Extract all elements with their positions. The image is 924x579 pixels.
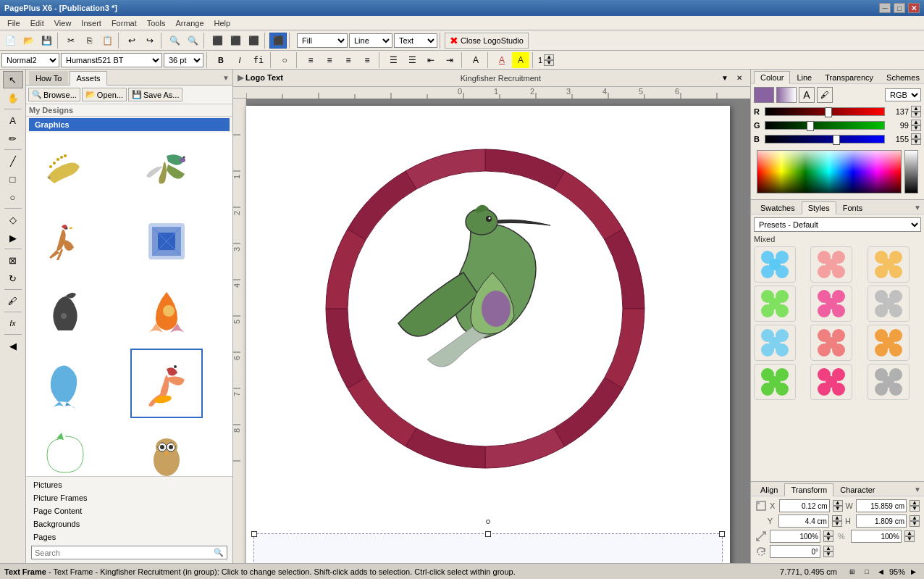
rotate-handle[interactable] [486,520,490,524]
r-slider-track[interactable] [765,107,885,116]
scalex-spin-down[interactable]: ▼ [823,536,833,542]
colour-picker[interactable] [757,150,902,193]
w-spin-down[interactable]: ▼ [910,506,920,512]
tab-assets[interactable]: Assets [70,71,106,86]
style-swatch-1[interactable] [754,246,796,283]
text-frame[interactable]: Kingfisher Recruitment Putting your need… [253,533,723,563]
align-justify-text[interactable]: ≡ [358,52,376,68]
transform-tab[interactable]: Transform [784,483,833,496]
new-button[interactable]: 📄 [1,33,19,49]
w-input[interactable] [856,499,907,512]
colour-tab[interactable]: Colour [754,71,790,84]
rect-tool[interactable]: □ [3,170,23,188]
align-left-btn[interactable]: ⬛ [209,33,226,49]
expand-btn[interactable]: ▶ [3,229,23,246]
asset-blue-geo[interactable] [130,207,203,276]
h-input[interactable] [856,515,907,528]
handle-tr[interactable] [719,531,725,537]
asset-owl[interactable] [130,420,203,476]
zoom-in-button[interactable]: 🔍 [166,33,183,49]
rotate-input[interactable] [770,545,820,558]
canvas-scroll[interactable]: 1 2 3 4 5 6 7 8 [233,99,750,563]
search-input[interactable] [35,549,212,557]
g-slider-thumb[interactable] [807,121,814,131]
text-wrap-btn[interactable]: ⬛ [269,33,287,49]
character-tab[interactable]: Character [833,483,881,496]
align-tab[interactable]: Align [754,483,784,496]
maximize-button[interactable]: □ [894,3,905,13]
align-right-btn[interactable]: ⬛ [245,33,262,49]
tab-howto[interactable]: How To [29,71,68,85]
indent-inc-button[interactable]: ⇥ [441,52,458,68]
style-swatch-5[interactable] [810,286,852,322]
style-swatch-4[interactable] [754,286,796,322]
highlight-color-button[interactable]: A [512,52,529,68]
ellipse-tool[interactable]: ○ [3,188,23,206]
eyedropper-tool[interactable]: 🖋 [3,292,23,309]
g-spin-down[interactable]: ▼ [911,125,921,131]
rotate-spin-down[interactable]: ▼ [823,551,833,557]
b-slider-track[interactable] [765,135,885,143]
font-family-combo[interactable]: Humanst521 BT [61,53,162,67]
text-color-button[interactable]: A [493,52,511,68]
page-content-item[interactable]: Page Content [29,504,230,517]
r-spin-down[interactable]: ▼ [911,112,921,117]
browse-button[interactable]: 🔍 Browse... [28,88,80,101]
colour-picker-btn[interactable]: A [799,87,815,103]
menu-arrange[interactable]: Arrange [171,17,208,29]
asset-crane[interactable] [130,349,203,418]
node-tool[interactable]: ◇ [3,211,23,228]
font-style-combo[interactable]: Normal2 [1,53,59,67]
zoom-page-button[interactable]: □ [860,565,873,578]
r-slider-thumb[interactable] [825,107,832,117]
my-designs-link[interactable]: My Designs [29,106,73,114]
y-input[interactable] [778,515,829,528]
save-button[interactable]: 💾 [38,33,55,49]
cut-button[interactable]: ✂ [62,33,80,49]
zoom-fit-button[interactable]: ⊞ [846,565,859,578]
swatches-tab[interactable]: Swatches [754,201,802,214]
asset-bird-dots[interactable] [29,136,101,205]
list-ol-button[interactable]: ☰ [403,52,421,68]
handle-tl[interactable] [251,531,257,537]
g-slider-track[interactable] [765,121,885,130]
style-swatch-6[interactable] [868,286,910,322]
style-swatch-12[interactable] [868,364,910,400]
fonts-tab[interactable]: Fonts [836,201,870,214]
scale-y-input[interactable] [851,530,902,543]
style-swatch-9[interactable] [868,325,910,361]
x-spin-down[interactable]: ▼ [833,506,843,512]
assets-nav[interactable]: My Designs [26,104,232,117]
text-oval-button[interactable]: ○ [276,52,293,68]
next-page-button[interactable]: ▶ [907,565,920,578]
fill-gradient-btn[interactable] [776,87,797,103]
logo-close-button[interactable]: ✕ [733,72,746,85]
search-box[interactable]: 🔍 [31,546,227,559]
align-right-text[interactable]: ≡ [340,52,357,68]
scaley-spin-down[interactable]: ▼ [904,536,915,542]
menu-help[interactable]: Help [210,17,235,29]
underline-button[interactable]: fi [250,52,267,68]
close-logostudio-button[interactable]: ✖ Close LogoStudio [445,33,529,49]
x-input[interactable] [779,499,830,512]
indent-dec-button[interactable]: ⇤ [422,52,440,68]
style-swatch-11[interactable] [810,364,852,400]
menu-format[interactable]: Format [107,17,141,29]
italic-button[interactable]: I [231,52,248,68]
rgb-select[interactable]: RGB [885,88,921,101]
menu-tools[interactable]: Tools [143,17,170,29]
text-dropdown[interactable]: Text [394,33,437,48]
menu-insert[interactable]: Insert [77,17,106,29]
paste-button[interactable]: 📋 [98,33,116,49]
menu-file[interactable]: File [3,17,25,29]
style-swatch-2[interactable] [810,246,852,283]
logo-expand-button[interactable]: ▼ [718,72,731,85]
page-down-button[interactable]: ▼ [544,60,554,66]
prev-page-button[interactable]: ◀ [875,565,888,578]
list-ul-button[interactable]: ☰ [385,52,402,68]
copy-button[interactable]: ⎘ [80,33,98,49]
colour-picker-black[interactable] [904,150,918,193]
asset-liquid[interactable] [29,278,101,347]
crop-tool[interactable]: ⊠ [3,251,23,269]
backgrounds-item[interactable]: Backgrounds [29,517,230,530]
